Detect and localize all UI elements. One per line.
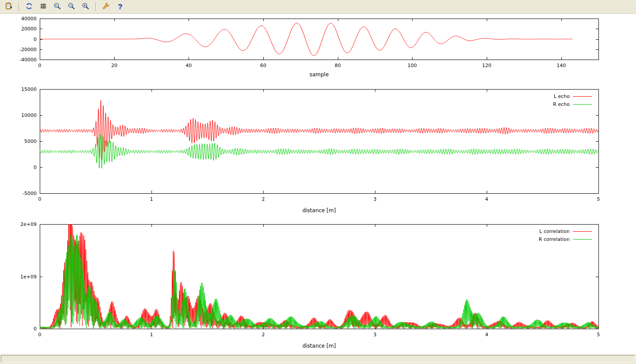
toolbar: ? bbox=[0, 0, 636, 14]
gnuplot-window: ? bbox=[0, 0, 636, 364]
status-bar bbox=[0, 353, 636, 364]
autoscale-icon bbox=[82, 2, 90, 11]
correlation-chart[interactable] bbox=[0, 219, 636, 352]
replot-button[interactable] bbox=[23, 1, 35, 12]
toggle-grid-button[interactable] bbox=[38, 1, 49, 12]
replot-icon bbox=[25, 2, 33, 11]
help-button[interactable]: ? bbox=[114, 1, 126, 12]
toolbar-separator bbox=[95, 2, 96, 11]
copy-to-clipboard-button[interactable] bbox=[3, 1, 15, 12]
configure-button[interactable] bbox=[100, 1, 112, 12]
zoom-previous-button[interactable] bbox=[52, 1, 63, 12]
copy-to-clipboard-icon bbox=[5, 2, 13, 11]
pulse-waveform-chart[interactable] bbox=[0, 14, 636, 84]
configure-icon bbox=[102, 2, 110, 11]
zoom-next-icon bbox=[68, 2, 76, 11]
autoscale-button[interactable] bbox=[80, 1, 91, 12]
echo-chart[interactable] bbox=[0, 84, 636, 219]
plot-area bbox=[0, 14, 636, 353]
zoom-previous-icon bbox=[53, 2, 61, 11]
status-text bbox=[1, 355, 635, 363]
toolbar-separator bbox=[19, 2, 19, 11]
toggle-grid-icon bbox=[39, 2, 47, 11]
help-icon: ? bbox=[118, 3, 122, 11]
zoom-next-button[interactable] bbox=[66, 1, 77, 12]
